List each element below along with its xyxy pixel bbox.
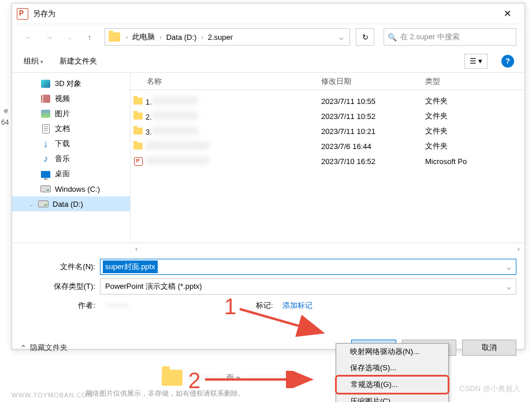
chevron-right-icon[interactable]: › [157, 34, 163, 40]
blurred-text [146, 157, 209, 165]
folder-icon [133, 98, 143, 105]
arrow-2 [202, 371, 318, 388]
powerpoint-file-icon [134, 157, 143, 166]
search-placeholder: 在 2.super 中搜索 [400, 32, 460, 42]
breadcrumb[interactable]: › 此电脑 › Data (D:) › 2.super ⌵ [105, 28, 350, 46]
scroll-right-icon[interactable]: › [518, 244, 520, 253]
sidebar-item-video[interactable]: 视频 [12, 91, 130, 106]
file-row[interactable]: 3. 2023/7/11 10:21 文件夹 [131, 124, 524, 139]
pictures-icon [41, 110, 50, 118]
powerpoint-icon [17, 8, 28, 20]
svg-line-0 [240, 309, 321, 332]
organize-button[interactable]: 组织 [23, 54, 44, 69]
file-row[interactable]: 2023/7/10 16:52 Microsoft Po [131, 154, 524, 169]
view-options-button[interactable]: ☰ ▾ [464, 54, 488, 69]
breadcrumb-dropdown[interactable]: ⌵ [333, 33, 349, 42]
arrow-1 [237, 306, 329, 341]
file-date: 2023/7/11 10:55 [321, 97, 425, 106]
drive-icon [40, 185, 51, 192]
sidebar-item-pictures[interactable]: 图片 [12, 106, 130, 121]
sidebar-item-documents[interactable]: 文档 [12, 121, 130, 136]
sidebar-item-desktop[interactable]: 桌面 [12, 166, 130, 181]
sidebar-label: 图片 [55, 109, 70, 119]
sidebar-label: Data (D:) [53, 200, 83, 209]
downloads-icon: ↓ [43, 138, 49, 150]
file-row[interactable]: 1. 2023/7/11 10:55 文件夹 [131, 94, 524, 109]
column-type[interactable]: 类型 [425, 76, 506, 87]
titlebar: 另存为 ✕ [12, 3, 524, 24]
filetype-value: PowerPoint 演示文稿 (*.pptx) [105, 281, 202, 292]
file-row[interactable]: 2. 2023/7/11 10:52 文件夹 [131, 109, 524, 124]
blurred-text [152, 111, 198, 120]
sidebar-item-music[interactable]: ♪ 音乐 [12, 151, 130, 166]
expander-icon[interactable]: ⌵ [29, 201, 38, 207]
author-value-blurred[interactable] [106, 304, 129, 307]
file-date: 2023/7/10 16:52 [321, 157, 425, 166]
desktop-icon [41, 171, 50, 178]
sidebar-label: 3D 对象 [55, 79, 81, 89]
file-type: Microsoft Po [425, 157, 506, 166]
cancel-button[interactable]: 取消 [462, 340, 516, 356]
breadcrumb-super[interactable]: 2.super [206, 33, 235, 42]
list-header: 名称 修改日期 类型 [131, 73, 524, 90]
back-button[interactable]: ← [20, 29, 36, 45]
search-input[interactable]: 🔍 在 2.super 中搜索 [384, 28, 516, 46]
horizontal-scrollbar[interactable]: ‹ › [12, 243, 524, 254]
folder-icon [133, 128, 143, 135]
folder-icon [133, 143, 143, 150]
blurred-text [146, 142, 209, 150]
forward-button[interactable]: → [41, 29, 57, 45]
sidebar-label: 桌面 [55, 169, 70, 179]
menu-item-save-options[interactable]: 保存选项(S)... [336, 360, 448, 376]
column-date[interactable]: 修改日期 [321, 76, 425, 87]
sidebar-item-drive-c[interactable]: Windows (C:) [12, 181, 130, 196]
annotation-1: 1 [224, 295, 236, 319]
file-type: 文件夹 [425, 141, 506, 151]
breadcrumb-pc[interactable]: 此电脑 [130, 32, 157, 42]
file-list: 名称 修改日期 类型 1. 2023/7/11 10:55 文件夹 2. 202… [131, 73, 524, 243]
column-name[interactable]: 名称 [131, 76, 321, 87]
sidebar-item-downloads[interactable]: ↓ 下载 [12, 136, 130, 151]
sidebar-label: 下载 [55, 139, 70, 149]
help-button[interactable]: ? [501, 55, 514, 68]
scroll-left-icon[interactable]: ‹ [135, 244, 137, 253]
chevron-right-icon[interactable]: › [124, 34, 130, 40]
hide-folders-toggle[interactable]: ⌃ 隐藏文件夹 [20, 343, 68, 353]
menu-item-general-options[interactable]: 常规选项(G)... [335, 375, 449, 394]
file-date: 2023/7/6 16:44 [321, 142, 425, 151]
sidebar-item-drive-d[interactable]: ⌵ Data (D:) [12, 196, 130, 211]
menu-item-compress[interactable]: 压缩图片(C)... [336, 393, 448, 402]
file-name: 3. [146, 128, 152, 136]
menu-item-map-drive[interactable]: 映射网络驱动器(N)... [336, 344, 448, 360]
filetype-combo[interactable]: PowerPoint 演示文稿 (*.pptx) [100, 278, 516, 295]
sidebar-label: 文档 [55, 124, 70, 134]
watermark-disclaimer: 网络图片仅供展示，非存储，如有侵权请联系删除。 [85, 389, 245, 399]
sidebar: 3D 对象 视频 图片 文档 ↓ 下载 ♪ 音乐 [12, 73, 131, 243]
close-button[interactable]: ✕ [494, 5, 520, 23]
file-row[interactable]: 2023/7/6 16:44 文件夹 [131, 139, 524, 154]
sidebar-label: 音乐 [55, 154, 70, 164]
filename-label: 文件名(N): [20, 262, 100, 272]
documents-icon [42, 124, 50, 133]
video-icon [41, 95, 50, 103]
save-as-dialog: 另存为 ✕ ← → ⌵ ↑ › 此电脑 › Data (D:) › 2.supe… [12, 3, 525, 349]
file-date: 2023/7/11 10:52 [321, 112, 425, 121]
new-folder-button[interactable]: 新建文件夹 [58, 54, 98, 69]
up-button[interactable]: ↑ [83, 30, 96, 44]
refresh-button[interactable]: ↻ [356, 28, 374, 46]
sidebar-item-3d[interactable]: 3D 对象 [12, 76, 130, 91]
filetype-label: 保存类型(T): [20, 281, 100, 292]
dialog-title: 另存为 [33, 9, 494, 19]
chevron-right-icon[interactable]: › [199, 34, 205, 40]
filename-value: super封面.pptx [103, 260, 158, 273]
hide-folders-label: 隐藏文件夹 [30, 343, 68, 353]
3d-objects-icon [41, 80, 50, 88]
drive-icon [38, 200, 49, 207]
file-type: 文件夹 [425, 111, 506, 121]
recent-dropdown[interactable]: ⌵ [62, 29, 78, 45]
watermark-toymoban: WWW.TOYMOBAN.COM [12, 392, 93, 399]
navbar: ← → ⌵ ↑ › 此电脑 › Data (D:) › 2.super ⌵ ↻ … [12, 24, 524, 50]
breadcrumb-data[interactable]: Data (D:) [164, 33, 199, 42]
file-name: 2. [146, 113, 152, 121]
filename-input[interactable]: super封面.pptx [100, 259, 516, 275]
